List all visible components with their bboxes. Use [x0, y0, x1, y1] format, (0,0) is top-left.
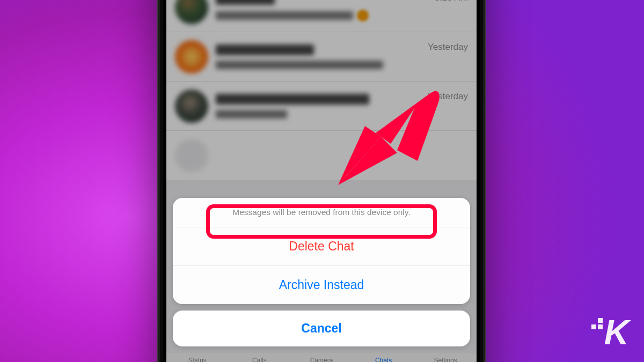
phone-screen: 8:23 AM Yesterday Yesterda [166, 0, 477, 362]
phone-bezel: 8:23 AM Yesterday Yesterda [163, 0, 480, 362]
watermark-dots-icon [591, 318, 606, 333]
action-sheet-title: Messages will be removed from this devic… [173, 198, 470, 227]
archive-instead-button[interactable]: Archive Instead [173, 266, 470, 304]
action-sheet: Messages will be removed from this devic… [173, 198, 470, 346]
cancel-button[interactable]: Cancel [173, 311, 470, 346]
phone-frame: 8:23 AM Yesterday Yesterda [157, 0, 486, 362]
action-sheet-group: Messages will be removed from this devic… [173, 198, 470, 304]
watermark-logo: K [604, 313, 628, 352]
delete-chat-button[interactable]: Delete Chat [173, 227, 470, 266]
watermark-letter: K [604, 313, 628, 352]
